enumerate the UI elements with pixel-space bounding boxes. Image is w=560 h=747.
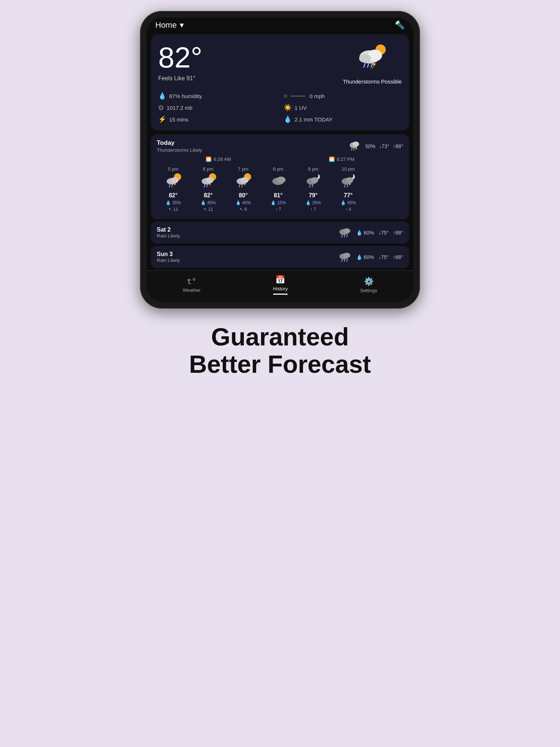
nav-active-indicator: [273, 294, 288, 295]
svg-line-40: [347, 184, 348, 187]
sat-high: ↑88°: [393, 230, 403, 236]
sunrise-info: 🌅 6:28 AM: [206, 156, 231, 162]
sat-day: Sat 2: [157, 227, 339, 233]
svg-line-28: [239, 184, 240, 187]
flashlight-button[interactable]: 🔦: [395, 20, 405, 30]
svg-line-46: [347, 235, 347, 237]
svg-line-17: [172, 184, 172, 187]
uv-stat: ☀️ 1 UV: [284, 104, 402, 112]
svg-line-16: [169, 184, 170, 187]
svg-line-44: [342, 235, 342, 237]
sun-precip: 💧 60%: [356, 254, 374, 260]
sat-condition: Rain Likely: [157, 233, 339, 239]
sat-low: ↓75°: [378, 230, 389, 236]
svg-line-5: [368, 63, 369, 67]
today-icon: [349, 140, 362, 152]
sun-icon: [339, 251, 352, 263]
svg-point-3: [359, 54, 371, 63]
svg-line-51: [347, 259, 347, 262]
tagline-line1: Guaranteed Better Forecast: [189, 323, 371, 378]
svg-line-39: [345, 184, 345, 187]
phone-screen: Home ▾ 🔦 82° Feels Like 91°: [147, 18, 413, 302]
weather-nav-icon: t°: [187, 277, 197, 286]
svg-line-36: [312, 184, 313, 187]
history-nav-icon: 📅: [275, 275, 285, 285]
svg-point-15: [171, 177, 179, 183]
svg-point-34: [311, 177, 318, 183]
location-selector[interactable]: Home ▾: [155, 20, 184, 30]
today-section: Today Thunderstorms Likely: [151, 134, 409, 219]
svg-point-21: [206, 177, 214, 183]
today-low: ↓73°: [379, 143, 389, 149]
today-precip: 50%: [365, 143, 376, 149]
phone-frame: Home ▾ 🔦 82° Feels Like 91°: [140, 11, 420, 309]
svg-line-10: [351, 148, 352, 150]
sun-condition: Rain Likely: [157, 258, 339, 263]
sun-high: ↑88°: [393, 254, 403, 260]
hour-item: 8 pm 81° 💧 15% ↑ 7: [262, 166, 295, 212]
main-temperature: 82°: [158, 43, 202, 72]
pressure-stat: ⊙ 1017.2 mb: [158, 104, 276, 112]
svg-point-9: [353, 142, 359, 147]
wind-stat: ○ 0 mph: [284, 92, 402, 100]
condition-text: Thunderstorms Possible: [343, 78, 402, 85]
svg-line-35: [310, 184, 310, 187]
hour-item: 9 pm 79° 💧 25% ↑ 7: [297, 166, 330, 212]
humidity-stat: 💧 87% humidity: [158, 92, 276, 100]
sunset-info: 🌅 8:27 PM: [329, 156, 354, 162]
svg-line-4: [364, 63, 365, 67]
svg-point-38: [346, 177, 353, 183]
hour-item: 5 pm 82° 💧 35%: [157, 166, 190, 212]
svg-line-50: [344, 259, 345, 262]
sat-forecast: Sat 2 Rain Likely: [151, 221, 409, 244]
nav-weather[interactable]: t° Weather: [183, 277, 201, 293]
top-bar: Home ▾ 🔦: [147, 18, 413, 34]
bottom-nav: t° Weather 📅 History ⚙️ Settings: [147, 270, 413, 302]
svg-line-49: [342, 259, 342, 262]
svg-point-32: [277, 177, 285, 183]
hour-item: 6 pm 82° 💧 45%: [192, 166, 225, 212]
sat-precip: 💧 60%: [356, 230, 374, 236]
today-condition: Thunderstorms Likely: [157, 147, 202, 153]
rain-stat: 💧 2.1 mm TODAY: [284, 115, 402, 123]
history-nav-label: History: [273, 286, 288, 291]
weather-nav-label: Weather: [183, 287, 201, 293]
settings-nav-label: Settings: [360, 288, 377, 293]
tagline: Guaranteed Better Forecast: [160, 323, 400, 378]
today-high: ↑88°: [393, 143, 403, 149]
svg-line-45: [344, 235, 345, 237]
hour-item: 10 pm 77° 💧 45%: [332, 166, 365, 212]
svg-point-48: [343, 253, 350, 258]
nav-history[interactable]: 📅 History: [273, 275, 288, 295]
sun-day: Sun 3: [157, 251, 339, 258]
lightning-stat: ⚡ 15 mins: [158, 115, 276, 123]
feels-like: Feels Like 91°: [158, 75, 195, 82]
settings-nav-icon: ⚙️: [364, 277, 374, 286]
main-weather-card: 82° Feels Like 91°: [151, 34, 409, 131]
svg-line-29: [242, 184, 242, 187]
sat-icon: [339, 227, 352, 239]
sun-forecast: Sun 3 Rain Likely: [151, 246, 409, 268]
svg-line-22: [204, 184, 205, 187]
phone-wrapper: Home ▾ 🔦 82° Feels Like 91°: [140, 11, 420, 309]
hourly-forecast[interactable]: 5 pm 82° 💧 35%: [157, 164, 403, 214]
svg-line-23: [207, 184, 207, 187]
dropdown-icon: ▾: [180, 20, 184, 30]
svg-point-43: [343, 228, 350, 233]
svg-line-11: [354, 148, 354, 150]
today-label: Today: [157, 139, 202, 147]
hour-item: 7 pm 80° 💧 40%: [227, 166, 260, 212]
svg-point-27: [241, 177, 249, 183]
weather-condition-icon: [356, 43, 389, 76]
nav-settings[interactable]: ⚙️ Settings: [360, 277, 377, 293]
location-name: Home: [155, 20, 177, 30]
sun-low: ↓75°: [378, 254, 389, 260]
